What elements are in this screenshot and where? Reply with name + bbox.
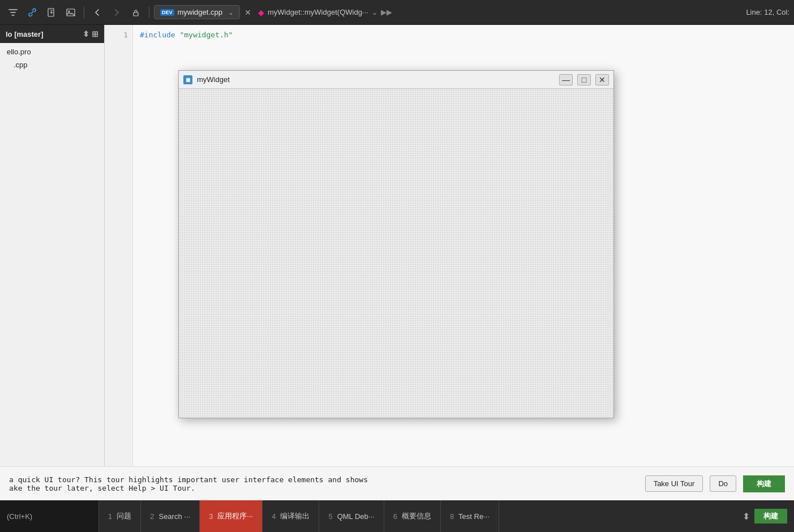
tab-overview-label: 概要信息 bbox=[402, 511, 431, 521]
sidebar-item-ello-pro[interactable]: ello.pro bbox=[0, 45, 104, 58]
breadcrumb-arrows-icon: ▶▶ bbox=[381, 8, 392, 16]
function-dropdown-icon[interactable]: ⌄ bbox=[372, 8, 377, 16]
tab-overview-num: 6 bbox=[393, 512, 397, 521]
sidebar-header-icons: ⬍ ⊞ bbox=[83, 29, 98, 38]
include-keyword: #include bbox=[140, 31, 179, 39]
tab-search-num: 2 bbox=[150, 512, 154, 521]
sidebar-grid-icon[interactable]: ⊞ bbox=[92, 29, 98, 38]
line-numbers-gutter: 1 bbox=[105, 25, 133, 500]
sidebar-updown-icon[interactable]: ⬍ bbox=[83, 29, 89, 38]
do-button[interactable]: Do bbox=[710, 475, 736, 492]
line-col-indicator: Line: 12, Col: bbox=[746, 8, 789, 16]
status-tab-qml[interactable]: 5 QML Deb··· bbox=[319, 500, 384, 532]
notification-text: a quick UI tour? This tour highlights im… bbox=[9, 475, 638, 492]
status-tab-compile[interactable]: 4 编译输出 bbox=[263, 500, 319, 532]
widget-close-button[interactable]: ✕ bbox=[595, 74, 609, 85]
search-shortcut-label: (Ctrl+K) bbox=[7, 512, 32, 521]
tab-compile-label: 编译输出 bbox=[280, 511, 310, 521]
build-right-button[interactable]: 构建 bbox=[743, 475, 785, 492]
project-title: lo [master] bbox=[6, 30, 43, 38]
take-ui-tour-button[interactable]: Take UI Tour bbox=[645, 475, 703, 492]
tab-qml-num: 5 bbox=[328, 512, 332, 521]
notification-bar: a quick UI tour? This tour highlights im… bbox=[0, 466, 794, 500]
editor-area: 1 #include #include "mywidget.h""mywidge… bbox=[105, 25, 794, 500]
filter-icon[interactable] bbox=[5, 4, 22, 21]
forward-button[interactable] bbox=[108, 4, 125, 21]
notification-line1: a quick UI tour? This tour highlights im… bbox=[9, 475, 638, 484]
close-tab-button[interactable]: ✕ bbox=[244, 8, 251, 17]
status-updown-icon[interactable]: ⬍ bbox=[743, 511, 750, 522]
tab-app-label: 应用程序··· bbox=[217, 511, 253, 521]
tab-app-num: 3 bbox=[209, 512, 213, 521]
widget-titlebar: ▣ myWidget — □ ✕ bbox=[179, 71, 613, 89]
link-icon[interactable] bbox=[24, 4, 41, 21]
status-bar: (Ctrl+K) 1 问题 2 Search ··· 3 应用程序··· 4 编… bbox=[0, 500, 794, 532]
function-diamond-icon: ◆ bbox=[258, 8, 264, 17]
left-sidebar: lo [master] ⬍ ⊞ ello.pro .cpp ⬍ ⊞ bbox=[0, 25, 105, 500]
widget-icon-text: ▣ bbox=[186, 77, 191, 83]
top-toolbar: DEV mywidget.cpp ⌄ ✕ ◆ myWidget::myWidge… bbox=[0, 0, 794, 25]
main-area: lo [master] ⬍ ⊞ ello.pro .cpp ⬍ ⊞ 1 bbox=[0, 25, 794, 500]
editor-content[interactable]: 1 #include #include "mywidget.h""mywidge… bbox=[105, 25, 794, 500]
sidebar-item-cpp[interactable]: .cpp bbox=[0, 58, 104, 71]
widget-title-icon: ▣ bbox=[183, 75, 192, 84]
tab-test-label: Test Re··· bbox=[458, 512, 490, 521]
file-tab-name: mywidget.cpp bbox=[178, 8, 222, 16]
tab-issues-label: 问题 bbox=[117, 511, 131, 521]
back-button[interactable] bbox=[89, 4, 106, 21]
file-tab-dropdown-icon[interactable]: ⌄ bbox=[228, 8, 234, 16]
widget-maximize-button[interactable]: □ bbox=[577, 74, 591, 85]
widget-title-text: myWidget bbox=[197, 75, 555, 84]
status-search-box[interactable]: (Ctrl+K) bbox=[0, 500, 99, 532]
widget-minimize-button[interactable]: — bbox=[559, 74, 573, 85]
svg-rect-3 bbox=[134, 12, 138, 16]
status-tab-search[interactable]: 2 Search ··· bbox=[141, 500, 200, 532]
widget-window[interactable]: ▣ myWidget — □ ✕ bbox=[178, 70, 614, 418]
status-tab-app[interactable]: 3 应用程序··· bbox=[200, 500, 263, 532]
separator-2 bbox=[149, 7, 149, 18]
widget-body bbox=[179, 89, 613, 418]
image-icon[interactable] bbox=[62, 4, 79, 21]
status-tab-issues[interactable]: 1 问题 bbox=[99, 500, 141, 532]
separator-1 bbox=[84, 7, 84, 18]
line-number-1: 1 bbox=[123, 29, 128, 41]
include-string: "mywidget.h" bbox=[179, 31, 233, 39]
tab-search-label: Search ··· bbox=[158, 512, 190, 521]
add-file-icon[interactable] bbox=[43, 4, 60, 21]
sidebar-header: lo [master] ⬍ ⊞ bbox=[0, 25, 104, 43]
dev-badge: DEV bbox=[160, 9, 174, 16]
tab-issues-num: 1 bbox=[108, 512, 112, 521]
tab-compile-num: 4 bbox=[272, 512, 276, 521]
file-tab[interactable]: DEV mywidget.cpp ⌄ bbox=[154, 5, 240, 19]
function-breadcrumb: ◆ myWidget::myWidget(QWidg··· ⌄ ▶▶ bbox=[258, 8, 392, 17]
notification-line2: ake the tour later, select Help > UI Tou… bbox=[9, 484, 638, 492]
lock-icon[interactable] bbox=[127, 4, 144, 21]
status-tab-overview[interactable]: 6 概要信息 bbox=[384, 500, 441, 532]
function-name: myWidget::myWidget(QWidg··· bbox=[268, 8, 368, 16]
build-button[interactable]: 构建 bbox=[754, 509, 787, 524]
status-tab-test[interactable]: 8 Test Re··· bbox=[441, 500, 499, 532]
tab-qml-label: QML Deb··· bbox=[337, 512, 375, 521]
status-right: ⬍ 构建 bbox=[736, 500, 794, 532]
tab-test-num: 8 bbox=[450, 512, 454, 521]
sidebar-tree: ello.pro .cpp bbox=[0, 43, 104, 466]
svg-point-2 bbox=[68, 10, 70, 12]
